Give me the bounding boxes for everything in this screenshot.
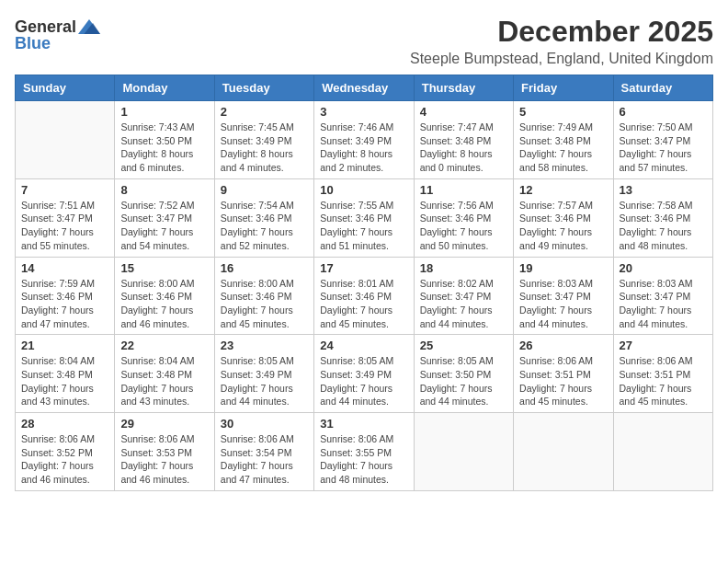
location-title: Steeple Bumpstead, England, United Kingd…	[410, 51, 713, 67]
day-info: Sunrise: 8:01 AM Sunset: 3:46 PM Dayligh…	[320, 277, 407, 331]
calendar-cell: 2Sunrise: 7:45 AM Sunset: 3:49 PM Daylig…	[214, 101, 313, 179]
day-number: 31	[320, 417, 407, 431]
day-number: 18	[420, 261, 507, 275]
day-number: 14	[21, 261, 108, 275]
day-info: Sunrise: 8:03 AM Sunset: 3:47 PM Dayligh…	[519, 277, 607, 331]
day-info: Sunrise: 8:06 AM Sunset: 3:53 PM Dayligh…	[120, 432, 208, 487]
page-header: General Blue December 2025 Steeple Bumps…	[15, 15, 713, 67]
calendar-cell: 24Sunrise: 8:05 AM Sunset: 3:49 PM Dayli…	[314, 335, 414, 413]
day-info: Sunrise: 7:54 AM Sunset: 3:46 PM Dayligh…	[221, 199, 308, 253]
day-info: Sunrise: 8:00 AM Sunset: 3:46 PM Dayligh…	[120, 277, 208, 331]
day-number: 17	[320, 261, 407, 275]
calendar-cell: 18Sunrise: 8:02 AM Sunset: 3:47 PM Dayli…	[414, 257, 513, 335]
day-info: Sunrise: 7:59 AM Sunset: 3:46 PM Dayligh…	[21, 277, 108, 331]
day-number: 20	[620, 261, 707, 275]
day-info: Sunrise: 8:06 AM Sunset: 3:52 PM Dayligh…	[21, 432, 108, 487]
weekday-header-wednesday: Wednesday	[314, 75, 414, 101]
day-info: Sunrise: 7:50 AM Sunset: 3:47 PM Dayligh…	[620, 121, 707, 175]
day-number: 9	[221, 183, 308, 197]
weekday-header-tuesday: Tuesday	[214, 75, 313, 101]
weekday-header-friday: Friday	[514, 75, 613, 101]
calendar-cell: 21Sunrise: 8:04 AM Sunset: 3:48 PM Dayli…	[16, 335, 115, 413]
calendar-cell: 11Sunrise: 7:56 AM Sunset: 3:46 PM Dayli…	[414, 178, 513, 257]
calendar-cell: 19Sunrise: 8:03 AM Sunset: 3:47 PM Dayli…	[514, 257, 613, 335]
day-number: 23	[221, 339, 308, 352]
day-info: Sunrise: 8:06 AM Sunset: 3:54 PM Dayligh…	[221, 432, 308, 487]
calendar-cell: 17Sunrise: 8:01 AM Sunset: 3:46 PM Dayli…	[314, 257, 414, 335]
day-info: Sunrise: 7:57 AM Sunset: 3:46 PM Dayligh…	[519, 199, 607, 253]
calendar-cell: 5Sunrise: 7:49 AM Sunset: 3:48 PM Daylig…	[514, 101, 613, 179]
weekday-header-thursday: Thursday	[414, 75, 513, 101]
calendar-header-row: SundayMondayTuesdayWednesdayThursdayFrid…	[16, 75, 713, 101]
month-title: December 2025	[410, 15, 713, 49]
day-number: 24	[320, 339, 407, 352]
calendar-cell: 28Sunrise: 8:06 AM Sunset: 3:52 PM Dayli…	[16, 413, 115, 491]
weekday-header-monday: Monday	[115, 75, 214, 101]
logo: General Blue	[15, 18, 100, 52]
calendar-cell: 27Sunrise: 8:06 AM Sunset: 3:51 PM Dayli…	[613, 335, 712, 413]
day-number: 2	[221, 105, 308, 119]
calendar-cell: 31Sunrise: 8:06 AM Sunset: 3:55 PM Dayli…	[314, 413, 414, 491]
day-info: Sunrise: 7:46 AM Sunset: 3:49 PM Dayligh…	[320, 121, 407, 175]
day-info: Sunrise: 7:45 AM Sunset: 3:49 PM Dayligh…	[221, 121, 308, 175]
day-number: 27	[620, 339, 707, 352]
day-number: 10	[320, 183, 407, 197]
day-number: 1	[120, 105, 208, 119]
day-number: 28	[21, 417, 108, 431]
calendar-cell: 26Sunrise: 8:06 AM Sunset: 3:51 PM Dayli…	[514, 335, 613, 413]
calendar-cell: 4Sunrise: 7:47 AM Sunset: 3:48 PM Daylig…	[414, 101, 513, 179]
calendar-cell	[414, 413, 513, 491]
day-number: 12	[519, 183, 607, 197]
calendar-cell	[16, 101, 115, 179]
calendar-cell: 20Sunrise: 8:03 AM Sunset: 3:47 PM Dayli…	[613, 257, 712, 335]
day-number: 15	[120, 261, 208, 275]
day-info: Sunrise: 7:56 AM Sunset: 3:46 PM Dayligh…	[420, 199, 507, 253]
day-number: 22	[120, 339, 208, 352]
calendar-cell: 8Sunrise: 7:52 AM Sunset: 3:47 PM Daylig…	[115, 178, 214, 257]
day-number: 29	[120, 417, 208, 431]
day-info: Sunrise: 8:05 AM Sunset: 3:50 PM Dayligh…	[420, 354, 507, 408]
calendar-week-row: 28Sunrise: 8:06 AM Sunset: 3:52 PM Dayli…	[16, 413, 713, 491]
day-number: 30	[221, 417, 308, 431]
day-info: Sunrise: 8:06 AM Sunset: 3:55 PM Dayligh…	[320, 432, 407, 487]
day-info: Sunrise: 8:06 AM Sunset: 3:51 PM Dayligh…	[519, 354, 607, 408]
day-number: 6	[620, 105, 707, 119]
day-number: 26	[519, 339, 607, 352]
logo-icon	[78, 19, 100, 34]
day-info: Sunrise: 7:51 AM Sunset: 3:47 PM Dayligh…	[21, 199, 108, 253]
weekday-header-sunday: Sunday	[16, 75, 115, 101]
day-info: Sunrise: 8:04 AM Sunset: 3:48 PM Dayligh…	[120, 354, 208, 408]
day-info: Sunrise: 8:02 AM Sunset: 3:47 PM Dayligh…	[420, 277, 507, 331]
calendar-cell	[613, 413, 712, 491]
day-number: 19	[519, 261, 607, 275]
day-info: Sunrise: 7:43 AM Sunset: 3:50 PM Dayligh…	[120, 121, 208, 175]
calendar-week-row: 14Sunrise: 7:59 AM Sunset: 3:46 PM Dayli…	[16, 257, 713, 335]
weekday-header-saturday: Saturday	[613, 75, 712, 101]
day-info: Sunrise: 7:58 AM Sunset: 3:46 PM Dayligh…	[620, 199, 707, 253]
day-info: Sunrise: 8:05 AM Sunset: 3:49 PM Dayligh…	[221, 354, 308, 408]
day-info: Sunrise: 7:49 AM Sunset: 3:48 PM Dayligh…	[519, 121, 607, 175]
day-number: 16	[221, 261, 308, 275]
calendar-cell	[514, 413, 613, 491]
day-number: 5	[519, 105, 607, 119]
logo-blue-text: Blue	[15, 35, 51, 52]
day-info: Sunrise: 8:06 AM Sunset: 3:51 PM Dayligh…	[620, 354, 707, 408]
calendar-cell: 25Sunrise: 8:05 AM Sunset: 3:50 PM Dayli…	[414, 335, 513, 413]
day-number: 7	[21, 183, 108, 197]
day-number: 4	[420, 105, 507, 119]
day-number: 25	[420, 339, 507, 352]
calendar-week-row: 21Sunrise: 8:04 AM Sunset: 3:48 PM Dayli…	[16, 335, 713, 413]
day-number: 21	[21, 339, 108, 352]
calendar-cell: 9Sunrise: 7:54 AM Sunset: 3:46 PM Daylig…	[214, 178, 313, 257]
calendar-table: SundayMondayTuesdayWednesdayThursdayFrid…	[15, 75, 713, 491]
calendar-cell: 13Sunrise: 7:58 AM Sunset: 3:46 PM Dayli…	[613, 178, 712, 257]
calendar-cell: 3Sunrise: 7:46 AM Sunset: 3:49 PM Daylig…	[314, 101, 414, 179]
logo-general-text: General	[15, 18, 76, 35]
calendar-cell: 16Sunrise: 8:00 AM Sunset: 3:46 PM Dayli…	[214, 257, 313, 335]
calendar-cell: 15Sunrise: 8:00 AM Sunset: 3:46 PM Dayli…	[115, 257, 214, 335]
calendar-week-row: 7Sunrise: 7:51 AM Sunset: 3:47 PM Daylig…	[16, 178, 713, 257]
day-info: Sunrise: 8:00 AM Sunset: 3:46 PM Dayligh…	[221, 277, 308, 331]
day-number: 3	[320, 105, 407, 119]
calendar-cell: 29Sunrise: 8:06 AM Sunset: 3:53 PM Dayli…	[115, 413, 214, 491]
day-info: Sunrise: 7:55 AM Sunset: 3:46 PM Dayligh…	[320, 199, 407, 253]
